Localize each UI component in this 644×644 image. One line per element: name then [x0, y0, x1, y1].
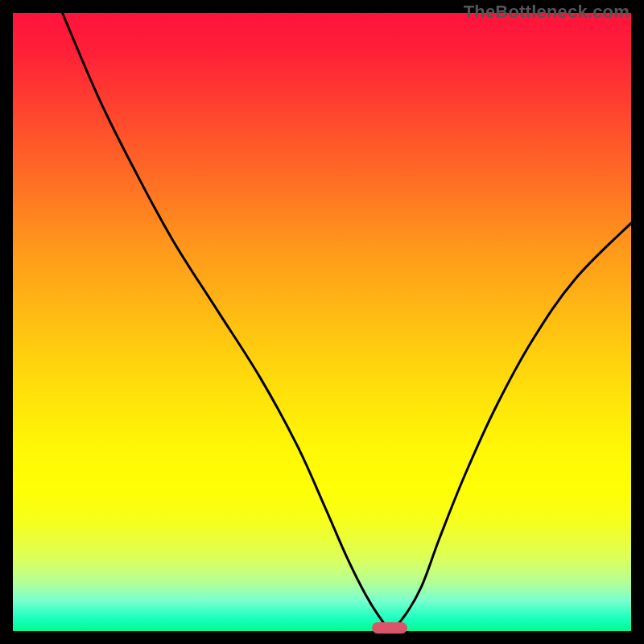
- plot-area: [13, 13, 631, 631]
- chart-frame: TheBottleneck.com: [0, 0, 644, 644]
- optimum-marker: [372, 622, 407, 634]
- watermark-text: TheBottleneck.com: [464, 2, 630, 23]
- bottleneck-curve: [13, 13, 631, 631]
